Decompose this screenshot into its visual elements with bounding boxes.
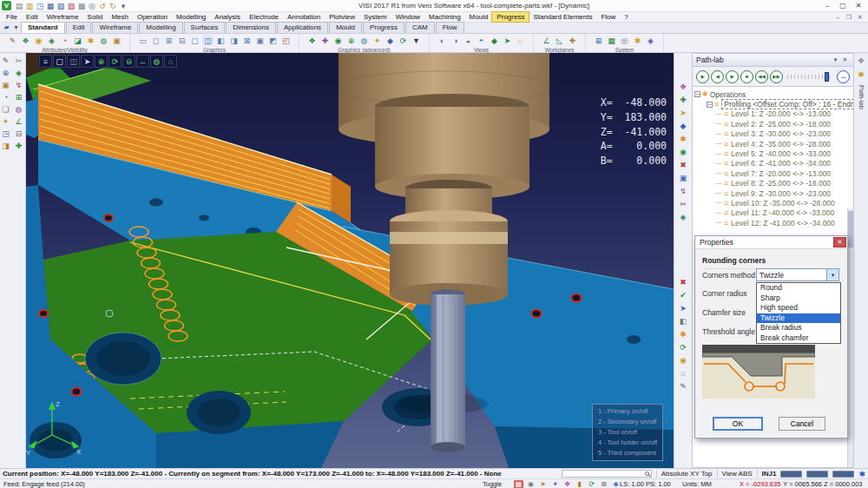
- menu-item[interactable]: System: [359, 12, 391, 22]
- mdi-restore-button[interactable]: ❐: [845, 14, 853, 21]
- circle-icon[interactable]: ◍: [13, 103, 24, 115]
- search-input[interactable]: [562, 470, 652, 478]
- next-operation-button[interactable]: →: [837, 70, 850, 83]
- rewind-button[interactable]: ◀◀: [755, 70, 768, 83]
- pick-mode-icon[interactable]: ➤: [538, 480, 548, 488]
- save-as-icon[interactable]: ▧: [56, 1, 66, 11]
- recalc-icon[interactable]: ⟳: [677, 341, 689, 353]
- menu-item[interactable]: Electrode: [245, 12, 283, 22]
- view-bottom-icon[interactable]: ◓: [476, 35, 487, 46]
- menu-item[interactable]: Wireframe: [43, 12, 83, 22]
- viewport-3d-scene[interactable]: Z X Y: [26, 53, 674, 468]
- filter-icon[interactable]: ◈: [46, 35, 57, 46]
- tree-level-row[interactable]: ≡ Level 11: Z -40.000 <-> -33.000: [693, 208, 853, 218]
- print-icon[interactable]: ▩: [76, 1, 87, 11]
- isometric-icon[interactable]: ▼: [411, 35, 422, 46]
- menu-item[interactable]: ?: [620, 12, 632, 22]
- attributes-icon[interactable]: ✎: [7, 35, 18, 46]
- save-icon[interactable]: ▦: [45, 1, 56, 11]
- viewport-select-window-icon[interactable]: ▢: [53, 55, 66, 68]
- dynamic-rotate-icon[interactable]: ❖: [306, 35, 318, 46]
- quick-access-menu-icon[interactable]: ▾: [118, 1, 128, 11]
- view-top-icon[interactable]: ◒: [463, 35, 474, 46]
- view-iso-icon[interactable]: ◆: [489, 35, 500, 46]
- tree-scrollbar[interactable]: [847, 208, 853, 467]
- step-forward-button[interactable]: ▶: [726, 70, 739, 83]
- spline-icon[interactable]: ↯: [13, 79, 24, 90]
- view-front-icon[interactable]: ◐: [437, 35, 448, 46]
- viewport-fit-icon[interactable]: ↔: [136, 55, 149, 68]
- redo-icon[interactable]: ↻: [108, 1, 118, 11]
- chevron-down-icon[interactable]: ▾: [826, 269, 838, 280]
- toolpath-star-icon[interactable]: ✱: [677, 133, 689, 144]
- refresh-view-icon[interactable]: ⟳: [398, 35, 409, 46]
- ok-button[interactable]: OK: [713, 417, 763, 431]
- pathlab-edge-tab[interactable]: Path-lab: [858, 85, 865, 109]
- view-home-icon[interactable]: ⌂: [515, 35, 526, 46]
- menu-item[interactable]: Mould: [465, 12, 493, 22]
- attribute-copy-icon[interactable]: ▣: [111, 35, 122, 46]
- menu-item[interactable]: Mesh: [107, 12, 133, 22]
- highlight-icon[interactable]: ✱: [85, 35, 96, 46]
- toolpath-delete-icon[interactable]: ✖: [677, 159, 689, 170]
- confirm-op-icon[interactable]: ✔: [677, 289, 689, 300]
- toolpath-link-icon[interactable]: ↯: [677, 185, 689, 196]
- workplane-triangle-icon[interactable]: ◺: [554, 35, 565, 46]
- angle-icon[interactable]: ∠: [13, 115, 24, 127]
- menu-item[interactable]: Machining: [424, 12, 464, 22]
- dropdown-option[interactable]: Sharp: [757, 293, 840, 304]
- workplane-name[interactable]: INJ1: [762, 470, 777, 478]
- menu-item[interactable]: Annotation: [283, 12, 325, 22]
- toolpath-plane-icon[interactable]: ▣: [677, 172, 689, 183]
- target-icon[interactable]: ⊕: [345, 35, 357, 46]
- tree-level-row[interactable]: ≡ Level 12: Z -41.000 <-> -34.000: [693, 218, 853, 228]
- menu-item[interactable]: Modelling: [172, 12, 210, 22]
- menu-item[interactable]: Solid: [83, 12, 108, 22]
- status-panel-button[interactable]: [832, 471, 854, 478]
- playback-slider-thumb[interactable]: [825, 72, 829, 82]
- snap-icon[interactable]: ✦: [550, 480, 560, 488]
- toolbar-tab[interactable]: Standard: [21, 22, 65, 33]
- zoom-in-icon[interactable]: ⊞: [163, 35, 174, 46]
- playback-slider[interactable]: [787, 75, 832, 79]
- viewport-layers-icon[interactable]: ◫: [67, 55, 80, 68]
- toolpath-edit-icon[interactable]: ❖: [677, 81, 689, 92]
- viewport-menu-icon[interactable]: ≡: [39, 55, 52, 68]
- gem-view-icon[interactable]: ◆: [385, 35, 396, 46]
- toolpath-gem-icon[interactable]: ◆: [677, 120, 689, 131]
- sparkle-icon[interactable]: ✦: [372, 35, 383, 46]
- regen-icon[interactable]: ✱: [677, 328, 689, 340]
- toolpath-cut-icon[interactable]: ✂: [677, 198, 689, 209]
- solid-icon[interactable]: ◈: [13, 67, 24, 78]
- fast-forward-button[interactable]: ▶▶: [770, 70, 783, 83]
- run-op-icon[interactable]: ➤: [677, 302, 689, 313]
- toolbar-tab[interactable]: Edit: [66, 22, 92, 33]
- zoom-out-icon[interactable]: ⊟: [176, 35, 187, 46]
- render-icon[interactable]: ▣: [254, 35, 266, 46]
- dock-panel-icon[interactable]: ❖: [856, 55, 867, 66]
- menu-item[interactable]: Standard Elements: [529, 12, 596, 22]
- viewport-3d[interactable]: Z X Y ≡▢◫➤⊕⟳⊖↔◍⌂ X= -48.000Y= 183.000Z= …: [26, 53, 674, 468]
- shadow-icon[interactable]: ◍: [358, 35, 370, 46]
- viewport-home-icon[interactable]: ⌂: [164, 55, 177, 68]
- redraw-icon[interactable]: ◰: [280, 35, 292, 46]
- new-document-icon[interactable]: ▤: [14, 1, 24, 11]
- hidden-line-icon[interactable]: ⊠: [241, 35, 253, 46]
- view-split-icon[interactable]: ◫: [202, 35, 214, 46]
- dropdown-option[interactable]: Break chamfer: [757, 333, 840, 344]
- menu-item[interactable]: Plotview: [325, 12, 359, 22]
- menu-item[interactable]: Operation: [133, 12, 172, 22]
- document-icon[interactable]: ▰: [2, 23, 11, 32]
- tree-level-row[interactable]: ≡ Level 1: Z -20.000 <-> -13.000: [693, 109, 853, 119]
- tree-level-row[interactable]: ≡ Level 9: Z -30.000 <-> -23.000: [693, 188, 853, 198]
- view-back-icon[interactable]: ◑: [450, 35, 461, 46]
- pathlab-panel-icon[interactable]: ✱: [856, 69, 867, 80]
- zoom-extents-icon[interactable]: ◻: [150, 35, 161, 46]
- corners-method-combobox[interactable]: Twizzle ▾: [756, 268, 839, 281]
- system-target-icon[interactable]: ◎: [619, 35, 630, 46]
- import-icon[interactable]: ◳: [35, 1, 45, 11]
- pin-icon[interactable]: ▾: [831, 56, 840, 65]
- toolbar-options-icon[interactable]: ▾: [11, 23, 21, 32]
- spin-icon[interactable]: ◉: [332, 35, 344, 46]
- toolbar-tab[interactable]: CAM: [405, 22, 435, 33]
